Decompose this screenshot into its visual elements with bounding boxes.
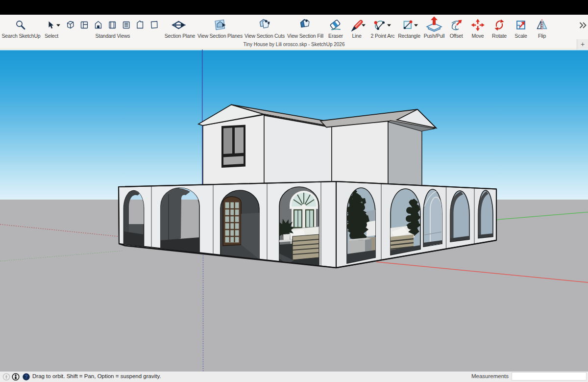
svg-text:?: ? (24, 374, 27, 380)
